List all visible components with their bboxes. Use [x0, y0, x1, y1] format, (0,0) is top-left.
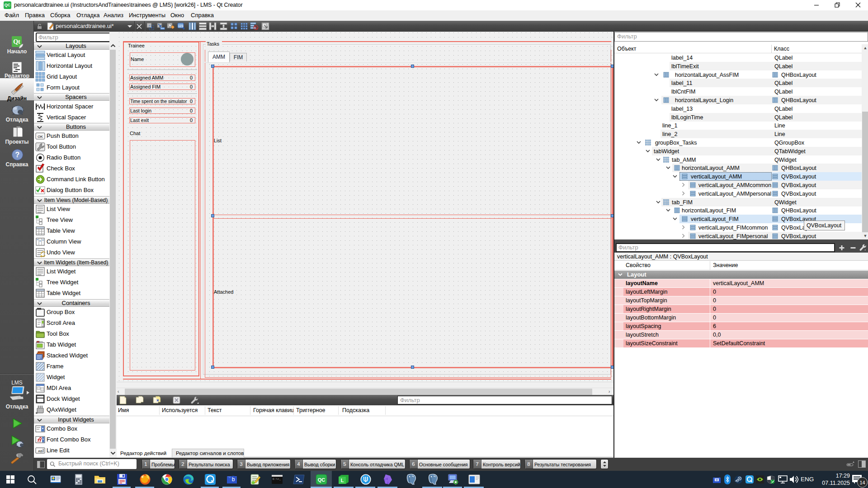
svg-text:C:\>_: C:\>_	[273, 478, 281, 481]
svg-text:L: L	[341, 478, 344, 483]
svg-text:QC: QC	[318, 477, 326, 483]
svg-text:b: b	[232, 476, 235, 483]
svg-text:Qt: Qt	[13, 38, 20, 45]
svg-text:OK: OK	[38, 135, 43, 139]
svg-text:?: ?	[15, 151, 20, 159]
svg-text:123: 123	[178, 24, 184, 28]
svg-text:AB: AB	[38, 449, 42, 453]
